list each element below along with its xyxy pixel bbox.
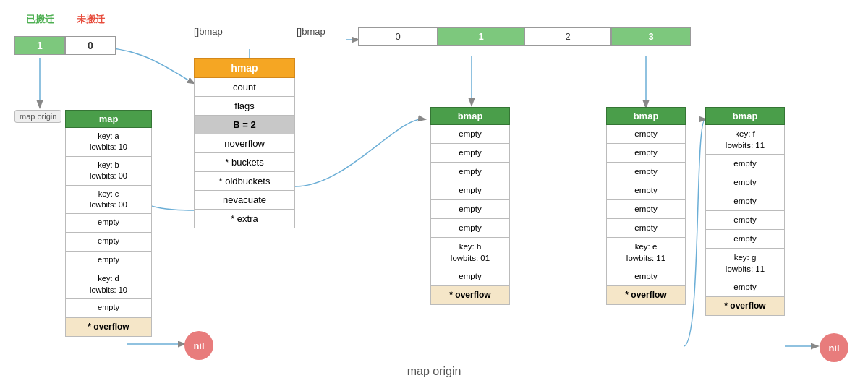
hmap-count: count xyxy=(194,78,295,97)
bmap3-row-4: empty xyxy=(705,211,785,230)
bmap3-box: bmap key: flowbits: 11 empty empty empty… xyxy=(705,107,785,316)
map-origin-label: map origin xyxy=(14,110,61,123)
map-left-row-4: empty xyxy=(65,233,152,252)
hmap-oldbuckets: * oldbuckets xyxy=(194,172,295,191)
nil-circle-right: nil xyxy=(820,333,848,362)
bmap1-row-7: empty xyxy=(430,267,510,286)
map-origin-bottom-label: map origin xyxy=(407,365,461,378)
index-cell-2: 2 xyxy=(524,27,611,46)
bmap1-row-1: empty xyxy=(430,144,510,163)
hmap-noverflow: noverflow xyxy=(194,134,295,153)
bmap-label-2: []bmap xyxy=(297,26,326,37)
bmap3-overflow: * overflow xyxy=(705,297,785,316)
bmap1-row-2: empty xyxy=(430,163,510,181)
migrated-cell-1: 1 xyxy=(14,36,65,55)
migrated-label: 已搬迁 xyxy=(14,13,65,26)
migrated-bar: 1 0 xyxy=(14,36,116,55)
bmap3-row-7: empty xyxy=(705,278,785,297)
map-left-row-2: key: clowbits: 00 xyxy=(65,186,152,215)
map-left-row-0: key: alowbits: 10 xyxy=(65,128,152,157)
index-cell-1: 1 xyxy=(438,27,524,46)
map-left-row-5: empty xyxy=(65,252,152,270)
hmap-header: hmap xyxy=(194,58,295,78)
map-left-row-1: key: blowbits: 00 xyxy=(65,157,152,186)
top-index-bar: 0 1 2 3 xyxy=(358,27,691,46)
bmap1-row-3: empty xyxy=(430,181,510,200)
bmap1-row-5: empty xyxy=(430,219,510,238)
bmap2-row-5: empty xyxy=(606,219,686,238)
bmap1-row-4: empty xyxy=(430,200,510,219)
bmap2-row-4: empty xyxy=(606,200,686,219)
bmap3-row-0: key: flowbits: 11 xyxy=(705,125,785,155)
map-left-box: map key: alowbits: 10 key: blowbits: 00 … xyxy=(65,110,152,337)
bmap2-row-7: empty xyxy=(606,267,686,286)
migrated-cell-0: 0 xyxy=(65,36,116,55)
bmap1-box: bmap empty empty empty empty empty empty… xyxy=(430,107,510,305)
hmap-box: hmap count flags B = 2 noverflow * bucke… xyxy=(194,58,295,228)
hmap-buckets: * buckets xyxy=(194,153,295,172)
index-cell-0: 0 xyxy=(358,27,438,46)
diagram: 已搬迁 未搬迁 1 0 []bmap []bmap 0 1 2 3 hmap c… xyxy=(0,0,868,391)
bmap1-row-6: key: hlowbits: 01 xyxy=(430,238,510,267)
map-left-row-7: empty xyxy=(65,299,152,318)
hmap-extra: * extra xyxy=(194,210,295,228)
unmigrated-label: 未搬迁 xyxy=(65,13,116,26)
bmap1-header: bmap xyxy=(430,107,510,125)
map-left-overflow: * overflow xyxy=(65,318,152,337)
bmap2-row-3: empty xyxy=(606,181,686,200)
bmap3-row-2: empty xyxy=(705,173,785,192)
bmap3-row-1: empty xyxy=(705,155,785,173)
bmap3-header: bmap xyxy=(705,107,785,125)
hmap-nevacuate: nevacuate xyxy=(194,191,295,210)
bmap1-overflow: * overflow xyxy=(430,286,510,305)
bmap2-row-2: empty xyxy=(606,163,686,181)
nil-circle-left: nil xyxy=(184,331,213,360)
bmap-label-1: []bmap xyxy=(194,26,223,37)
bmap2-overflow: * overflow xyxy=(606,286,686,305)
map-left-header: map xyxy=(65,110,152,128)
bmap2-row-6: key: elowbits: 11 xyxy=(606,238,686,267)
hmap-b: B = 2 xyxy=(194,116,295,134)
hmap-flags: flags xyxy=(194,97,295,116)
map-left-row-6: key: dlowbits: 10 xyxy=(65,270,152,299)
bmap1-row-0: empty xyxy=(430,125,510,144)
bmap3-row-3: empty xyxy=(705,192,785,211)
bmap2-row-1: empty xyxy=(606,144,686,163)
map-left-row-3: empty xyxy=(65,214,152,233)
bmap2-box: bmap empty empty empty empty empty empty… xyxy=(606,107,686,305)
bmap2-header: bmap xyxy=(606,107,686,125)
index-cell-3: 3 xyxy=(611,27,691,46)
bmap3-row-5: empty xyxy=(705,230,785,249)
bmap2-row-0: empty xyxy=(606,125,686,144)
bmap3-row-6: key: glowbits: 11 xyxy=(705,249,785,278)
